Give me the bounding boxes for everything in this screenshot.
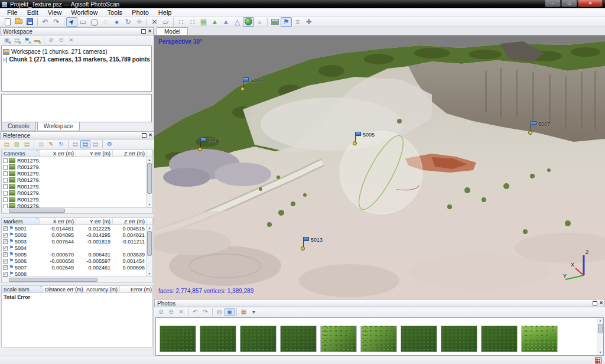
disable-item-button[interactable]: ⊖	[56, 36, 66, 44]
scalebars-header-accuracy[interactable]: Accuracy (m)	[83, 286, 120, 292]
marker-row[interactable]: ⚑50070.0026490.0024610.000696	[2, 264, 152, 271]
highlight-photos-button[interactable]: ▣	[225, 308, 235, 316]
camera-checkbox[interactable]	[3, 165, 8, 170]
save-project-button[interactable]	[24, 17, 35, 27]
marker-checkbox[interactable]	[3, 239, 8, 244]
add-chunk-button[interactable]: ▣+	[2, 36, 12, 44]
view-source-button[interactable]: ▤	[70, 140, 80, 148]
photos-vertical-scrollbar[interactable]: ▲ ▼	[597, 318, 603, 355]
camera-checkbox[interactable]	[3, 178, 8, 183]
rectangle-selection-button[interactable]: ▭	[77, 17, 89, 27]
menu-file[interactable]: File	[2, 9, 22, 16]
show-markers-button[interactable]: ⚑	[281, 17, 292, 27]
wireframe-view-button[interactable]: △	[232, 17, 243, 27]
marker-row[interactable]: ⚑5005-0.0006700.0064310.003639	[2, 251, 152, 258]
reference-float-icon[interactable]	[142, 133, 147, 138]
marker-checkbox[interactable]	[3, 252, 8, 257]
show-mesh-button[interactable]: ▦	[198, 17, 209, 27]
tab-console[interactable]: Console	[1, 122, 36, 131]
minimize-button[interactable]: –	[545, 0, 561, 7]
menu-workflow[interactable]: Workflow	[66, 9, 102, 16]
view-covariance-button[interactable]: ▦	[36, 140, 46, 148]
camera-row[interactable]: R001279...	[2, 177, 152, 183]
scalebars-header-name[interactable]: Scale Barsˆ	[2, 286, 43, 292]
rotate-object-button[interactable]: ↻	[122, 17, 134, 27]
import-reference-button[interactable]: ▤	[2, 140, 12, 148]
camera-row[interactable]: R001279...	[2, 164, 152, 170]
camera-row[interactable]: R001279...	[2, 183, 152, 190]
navigation-mode-button[interactable]: ✚	[303, 17, 314, 27]
remove-item-button[interactable]: ✕	[66, 36, 76, 44]
camera-checkbox[interactable]	[3, 191, 8, 196]
marker-checkbox[interactable]	[3, 265, 8, 270]
menu-view[interactable]: View	[43, 9, 67, 16]
model-marker-5004[interactable]: 5004	[198, 138, 233, 153]
disable-photo-button[interactable]: ⊖	[166, 308, 176, 316]
model-marker-5013[interactable]: 5013	[301, 237, 336, 252]
crop-selection-button[interactable]: ▱	[160, 17, 171, 27]
cameras-header-yerr[interactable]: Y err (m)	[76, 150, 113, 157]
marker-checkbox[interactable]	[3, 233, 8, 238]
photo-thumbnail[interactable]	[401, 326, 437, 352]
selection-arrow-button[interactable]: ➤	[66, 17, 77, 27]
remove-photo-button[interactable]: ✕	[176, 308, 186, 316]
photo-thumbnail[interactable]	[521, 326, 558, 352]
view-errors-button[interactable]: ▤	[90, 140, 100, 148]
export-reference-button[interactable]: ▥	[12, 140, 22, 148]
photo-thumbnail[interactable]	[280, 326, 317, 352]
camera-checkbox[interactable]	[3, 158, 8, 163]
markers-header-zerr[interactable]: Z err (m)	[113, 218, 147, 225]
update-transform-button[interactable]: ↻	[56, 140, 66, 148]
marker-checkbox[interactable]	[3, 259, 8, 264]
circle-selection-button[interactable]: ◯	[89, 17, 100, 27]
marker-checkbox[interactable]	[3, 226, 8, 231]
textured-view-button[interactable]	[243, 17, 254, 27]
add-marker-button[interactable]: ⚑+	[22, 36, 32, 44]
camera-checkbox[interactable]	[3, 197, 8, 202]
thumbnail-size-button[interactable]: ▦	[239, 308, 249, 316]
photos-float-icon[interactable]	[593, 301, 597, 306]
markers-header-xerr[interactable]: X err (m)	[40, 218, 76, 225]
markers-header-name[interactable]: Markersˆ	[2, 218, 40, 225]
show-dense-cloud-button[interactable]: ∷	[187, 17, 198, 27]
camera-row[interactable]: R001279...	[2, 170, 152, 177]
enable-photo-button[interactable]: ⊘	[156, 308, 166, 316]
photo-thumbnail[interactable]	[200, 326, 236, 352]
menu-photo[interactable]: Photo	[127, 9, 154, 16]
marker-row[interactable]: ⚑5004	[2, 245, 152, 251]
markers-horizontal-scrollbar[interactable]	[1, 277, 153, 283]
model-marker-5006[interactable]: 5006	[240, 77, 276, 93]
cameras-header-xerr[interactable]: X err (m)	[40, 150, 76, 157]
new-project-button[interactable]	[2, 17, 13, 27]
camera-row[interactable]: R001279...	[2, 157, 152, 164]
camera-row[interactable]: R001279...	[2, 190, 152, 196]
workspace-float-icon[interactable]	[141, 29, 146, 34]
move-object-button[interactable]: ✚	[134, 17, 145, 27]
open-project-button[interactable]	[13, 17, 24, 27]
delete-selection-button[interactable]: ✕	[149, 17, 160, 27]
show-photos-button[interactable]	[269, 17, 281, 27]
chunk-item[interactable]: ▷ Chunk 1 (271 cameras, 13 markers, 215,…	[3, 56, 150, 63]
shaded-view-button[interactable]: ▲	[209, 17, 220, 27]
solid-view-button[interactable]: ▲	[220, 17, 232, 27]
photo-thumbnail[interactable]	[160, 326, 196, 352]
cameras-horizontal-scrollbar[interactable]	[1, 208, 153, 214]
workspace-close-icon[interactable]: ✕	[148, 29, 152, 34]
view-estimated-button[interactable]: ▤	[80, 140, 90, 148]
add-scalebar-button[interactable]: ▬+	[32, 36, 42, 44]
freeform-selection-button[interactable]: ◌	[100, 17, 111, 27]
find-photo-button[interactable]: ◎	[214, 308, 225, 316]
tab-model[interactable]: Model	[157, 27, 188, 35]
maximize-button[interactable]: □	[561, 0, 577, 7]
status-tray-icon[interactable]	[595, 358, 601, 363]
photo-thumbnail[interactable]	[360, 326, 397, 352]
rotate-right-button[interactable]: ↷	[200, 308, 210, 316]
close-button[interactable]: ✕	[578, 0, 603, 7]
photo-thumbnail[interactable]	[481, 326, 518, 352]
camera-row[interactable]: R001279...	[2, 196, 152, 203]
camera-checkbox[interactable]	[3, 184, 8, 189]
marker-row[interactable]: ⚑5008	[2, 271, 152, 277]
reference-settings-button[interactable]: ⚙	[105, 140, 115, 148]
markers-header-yerr[interactable]: Y err (m)	[76, 218, 113, 225]
show-point-cloud-button[interactable]: ∷	[175, 17, 187, 27]
